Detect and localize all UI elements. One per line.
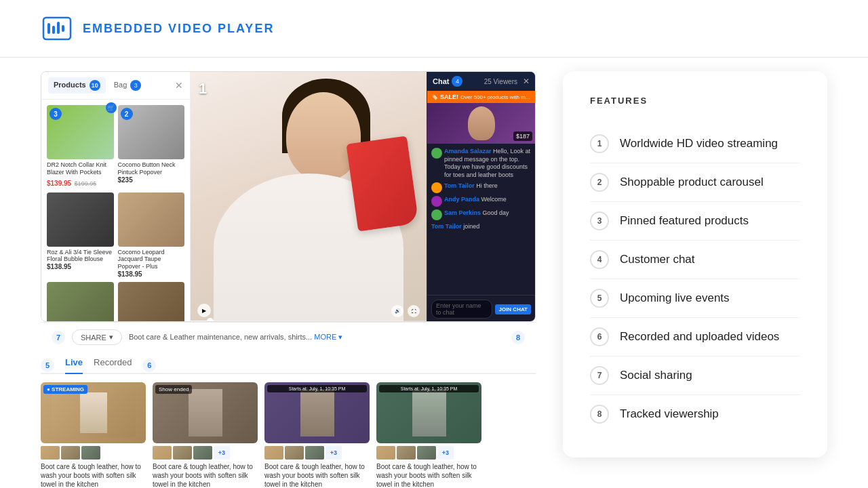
plus-badge: +3 bbox=[326, 446, 342, 460]
tab-live[interactable]: Live bbox=[65, 357, 83, 374]
header: EMBEDDED VIDEO PLAYER bbox=[0, 0, 868, 58]
chat-video-preview: $187 bbox=[427, 103, 535, 144]
thumb-title: Boot care & tough leather, how to wash y… bbox=[376, 462, 481, 488]
video-thumb[interactable]: Starts at: July, 1, 10:35 PM +3 Boot car… bbox=[376, 382, 481, 488]
product-price-strike: $199.95 bbox=[75, 180, 97, 187]
product-image bbox=[47, 192, 114, 247]
tab-bag[interactable]: Bag 3 bbox=[108, 77, 147, 94]
starts-badge: Starts at: July, 1, 10:35 PM bbox=[267, 385, 367, 392]
product-name: Roz & Ali 3/4 Tie Sleeve Floral Bubble B… bbox=[47, 249, 114, 264]
chevron-down-icon: ▾ bbox=[109, 333, 113, 342]
product-item bbox=[118, 282, 185, 322]
product-item: Roz & Ali 3/4 Tie Sleeve Floral Bubble B… bbox=[47, 192, 114, 278]
feature-label: Upcoming live events bbox=[620, 291, 730, 305]
feature-item-4: 4 Customer chat bbox=[590, 241, 800, 279]
thumb-image: Starts at: July, 1, 10:35 PM bbox=[264, 382, 370, 443]
thumb-mini bbox=[61, 446, 80, 460]
join-chat-button[interactable]: JOIN CHAT bbox=[495, 304, 531, 314]
feature-label: Tracked viewership bbox=[620, 407, 719, 421]
chat-username: Tom Tailor bbox=[431, 223, 462, 230]
product-name: Cocomo Leopard Jacquard Taupe Popover - … bbox=[118, 249, 185, 270]
viewers-count: 25 Viewers bbox=[484, 78, 517, 85]
product-grid: 3 🛒 DR2 Notch Collar Knit Blazer With Po… bbox=[41, 100, 190, 322]
cart-badge: 🛒 bbox=[106, 105, 114, 113]
recorded-count-badge: 6 bbox=[142, 359, 156, 372]
products-header: Products 10 Bag 3 ✕ bbox=[41, 72, 190, 100]
close-chat-button[interactable]: ✕ bbox=[523, 77, 530, 86]
player-container: Products 10 Bag 3 ✕ 3 🛒 DR2 Notch Collar… bbox=[41, 71, 536, 322]
app-title: EMBEDDED VIDEO PLAYER bbox=[83, 22, 274, 36]
thumb-bg bbox=[52, 388, 136, 437]
sale-label: SALE! bbox=[440, 94, 458, 100]
thumb-mini bbox=[376, 446, 395, 460]
thumb-mini bbox=[41, 446, 60, 460]
feature-num: 5 bbox=[590, 289, 609, 308]
chat-input[interactable]: Enter your name to chat bbox=[431, 300, 492, 319]
svg-rect-4 bbox=[62, 25, 64, 32]
video-thumbnails: ● STREAMING Boot care & tough leather, h… bbox=[41, 382, 536, 488]
thumb-person bbox=[300, 389, 334, 436]
streaming-badge: ● STREAMING bbox=[43, 385, 87, 394]
chat-username: Sam Perkins bbox=[444, 209, 481, 216]
chat-message: Tom Tailor joined bbox=[431, 223, 531, 231]
product-image bbox=[118, 192, 185, 247]
feature-label: Recorded and uploaded videos bbox=[620, 330, 779, 344]
chat-avatar bbox=[431, 209, 442, 220]
video-controls-right: 🔊 ⛶ bbox=[391, 305, 420, 317]
thumb-mini bbox=[397, 446, 416, 460]
chat-badge: 4 bbox=[452, 76, 462, 87]
price-overlay: $187 bbox=[513, 131, 532, 141]
volume-button[interactable]: 🔊 bbox=[391, 305, 403, 317]
thumb-image: ● STREAMING bbox=[41, 382, 146, 443]
feature-num: 2 bbox=[590, 173, 609, 192]
video-area: 1 ▶ bbox=[191, 72, 427, 322]
chat-avatar bbox=[431, 182, 442, 193]
feature-label: Worldwide HD video streaming bbox=[620, 137, 778, 150]
thumb-bg bbox=[275, 388, 359, 437]
product-item: 2 Cocomo Button Neck Pintuck Popover $23… bbox=[118, 105, 185, 188]
product-name: Cocomo Button Neck Pintuck Popover bbox=[118, 161, 185, 176]
thumb-bg bbox=[387, 388, 471, 437]
main-content: Products 10 Bag 3 ✕ 3 🛒 DR2 Notch Collar… bbox=[0, 58, 868, 488]
chat-message: Tom Tailor Hi there bbox=[431, 182, 531, 193]
chat-message: Andy Panda Welcome bbox=[431, 196, 531, 207]
chat-header: Chat 4 25 Viewers ✕ bbox=[427, 72, 535, 91]
share-count-badge: 7 bbox=[52, 331, 65, 344]
product-image bbox=[47, 282, 114, 322]
feature-num: 1 bbox=[590, 134, 609, 153]
more-link[interactable]: MORE ▾ bbox=[314, 333, 342, 341]
feature-num: 3 bbox=[590, 211, 609, 230]
thumb-title: Boot care & tough leather, how to wash y… bbox=[41, 462, 146, 488]
close-products-button[interactable]: ✕ bbox=[175, 80, 183, 91]
video-thumb[interactable]: ● STREAMING Boot care & tough leather, h… bbox=[41, 382, 146, 488]
product-image: 2 bbox=[118, 105, 185, 159]
product-image bbox=[118, 282, 185, 322]
chat-avatar bbox=[431, 148, 442, 159]
thumb-mini bbox=[417, 446, 436, 460]
product-num-badge: 3 bbox=[50, 108, 62, 120]
product-item: Cocomo Leopard Jacquard Taupe Popover - … bbox=[118, 192, 185, 278]
chat-message-content: Tom Tailor joined bbox=[431, 223, 479, 231]
feature-num: 4 bbox=[590, 250, 609, 269]
video-thumb[interactable]: Starts at: July, 1, 10:35 PM +3 Boot car… bbox=[264, 382, 370, 488]
tabs-row: 5 Live Recorded 6 bbox=[41, 352, 536, 374]
fullscreen-button[interactable]: ⛶ bbox=[408, 305, 420, 317]
viewers-badge: 8 bbox=[511, 331, 525, 344]
thumb-strip: +3 bbox=[153, 446, 258, 460]
starts-badge: Starts at: July, 1, 10:35 PM bbox=[379, 385, 479, 392]
product-item bbox=[47, 282, 114, 322]
share-button[interactable]: SHARE ▾ bbox=[72, 329, 122, 345]
thumb-mini bbox=[193, 446, 212, 460]
tab-recorded[interactable]: Recorded bbox=[94, 357, 132, 373]
feature-label: Social sharing bbox=[620, 369, 692, 382]
tab-products[interactable]: Products 10 bbox=[48, 77, 106, 94]
play-button[interactable]: ▶ bbox=[197, 304, 211, 317]
feature-label: Customer chat bbox=[620, 253, 695, 266]
thumb-bg bbox=[163, 388, 248, 437]
preview-person bbox=[468, 106, 495, 140]
video-thumb[interactable]: Show ended +3 Boot care & tough leather,… bbox=[153, 382, 258, 488]
feature-item-3: 3 Pinned featured products bbox=[590, 202, 800, 241]
thumb-mini bbox=[81, 446, 100, 460]
features-card: FEATURES 1 Worldwide HD video streaming … bbox=[563, 71, 827, 458]
feature-item-6: 6 Recorded and uploaded videos bbox=[590, 318, 800, 357]
